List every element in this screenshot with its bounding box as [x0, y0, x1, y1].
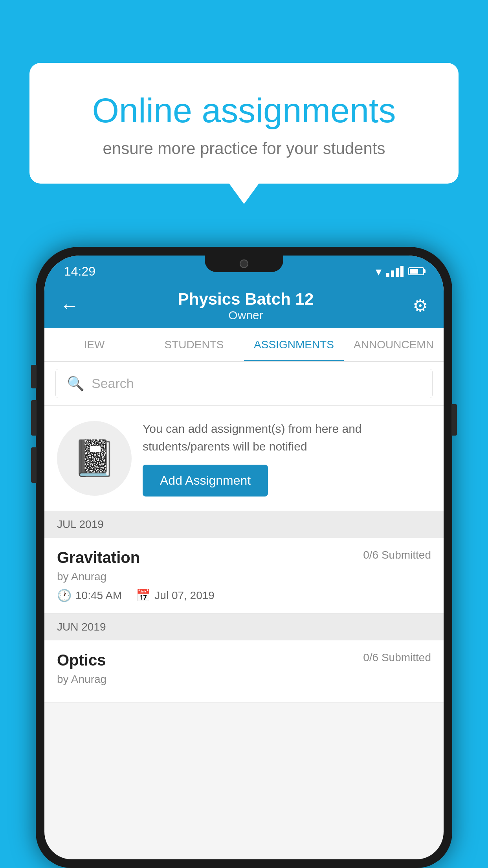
promo-section: 📓 You can add assignment(s) from here an… [44, 406, 444, 511]
assignment-gravitation-meta: 🕐 10:45 AM 📅 Jul 07, 2019 [57, 588, 431, 602]
assignment-optics-status: 0/6 Submitted [363, 651, 431, 664]
assignment-optics-name: Optics [57, 651, 106, 669]
status-time: 14:29 [64, 264, 95, 279]
phone-frame: 14:29 ▾ ← Ph [36, 247, 452, 868]
assignment-gravitation-time: 10:45 AM [75, 589, 122, 602]
section-jul-2019: JUL 2019 [44, 511, 444, 538]
section-jul-label: JUL 2019 [57, 518, 104, 530]
header-center: Physics Batch 12 Owner [178, 290, 314, 322]
assignment-optics-author: by Anurag [57, 673, 431, 686]
promo-text: You can add assignment(s) from here and … [143, 420, 431, 455]
signal-icon [386, 266, 404, 277]
tab-students[interactable]: STUDENTS [144, 328, 244, 361]
signal-bar-2 [391, 270, 394, 277]
promo-icon-circle: 📓 [57, 421, 132, 496]
promo-content: You can add assignment(s) from here and … [143, 420, 431, 497]
tab-announcements-label: ANNOUNCEMN [354, 338, 434, 351]
clock-icon: 🕐 [57, 588, 72, 602]
meta-time: 🕐 10:45 AM [57, 588, 122, 602]
tab-iew-label: IEW [84, 338, 105, 351]
tab-bar: IEW STUDENTS ASSIGNMENTS ANNOUNCEMN [44, 328, 444, 362]
settings-icon[interactable]: ⚙ [413, 296, 428, 316]
add-assignment-button[interactable]: Add Assignment [143, 465, 268, 497]
search-bar[interactable]: 🔍 Search [55, 369, 433, 398]
battery-fill [410, 269, 418, 274]
battery-tip [424, 269, 426, 273]
speech-bubble-subtitle: ensure more practice for your students [61, 139, 427, 158]
camera [240, 259, 248, 268]
tab-assignments-label: ASSIGNMENTS [254, 338, 334, 351]
calendar-icon: 📅 [136, 588, 150, 602]
speech-bubble-title: Online assignments [61, 90, 427, 131]
silent-button [31, 447, 37, 483]
tab-announcements[interactable]: ANNOUNCEMN [344, 328, 444, 361]
volume-up-button [31, 365, 37, 388]
phone-screen: 14:29 ▾ ← Ph [44, 256, 444, 859]
signal-bar-4 [400, 266, 404, 277]
assignment-gravitation-date: Jul 07, 2019 [154, 589, 215, 602]
wifi-icon: ▾ [376, 265, 382, 278]
assignment-gravitation[interactable]: Gravitation 0/6 Submitted by Anurag 🕐 10… [44, 538, 444, 614]
meta-date: 📅 Jul 07, 2019 [136, 588, 215, 602]
back-button[interactable]: ← [60, 295, 79, 316]
power-button [451, 404, 457, 436]
battery-icon [408, 267, 424, 275]
section-jun-2019: JUN 2019 [44, 614, 444, 640]
search-placeholder: Search [92, 376, 134, 391]
signal-bar-3 [396, 268, 399, 277]
search-container: 🔍 Search [44, 362, 444, 406]
assignment-gravitation-status: 0/6 Submitted [363, 549, 431, 561]
assignment-gravitation-author: by Anurag [57, 570, 431, 583]
header-title: Physics Batch 12 [178, 290, 314, 309]
assignment-optics-row1: Optics 0/6 Submitted [57, 651, 431, 669]
assignment-optics[interactable]: Optics 0/6 Submitted by Anurag [44, 640, 444, 702]
assignment-row1: Gravitation 0/6 Submitted [57, 549, 431, 566]
notebook-icon: 📓 [72, 438, 116, 479]
tab-students-label: STUDENTS [165, 338, 224, 351]
tab-assignments[interactable]: ASSIGNMENTS [244, 328, 344, 361]
notch [205, 256, 283, 272]
section-jun-label: JUN 2019 [57, 621, 106, 633]
volume-down-button [31, 400, 37, 436]
speech-bubble-container: Online assignments ensure more practice … [29, 63, 459, 184]
assignment-gravitation-name: Gravitation [57, 549, 140, 566]
header-subtitle: Owner [178, 309, 314, 322]
tab-iew[interactable]: IEW [44, 328, 144, 361]
speech-bubble: Online assignments ensure more practice … [29, 63, 459, 184]
search-icon: 🔍 [67, 375, 84, 392]
app-header: ← Physics Batch 12 Owner ⚙ [44, 283, 444, 328]
signal-bar-1 [386, 273, 389, 277]
status-icons: ▾ [376, 265, 424, 278]
